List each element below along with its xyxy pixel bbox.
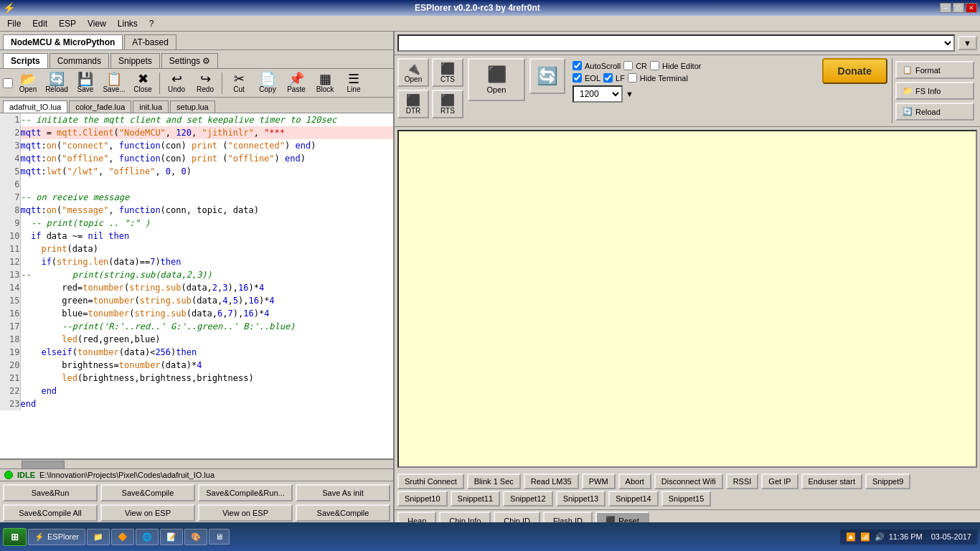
donate-button[interactable]: Donate [822,58,887,84]
sub-tabs: Scripts Commands Snippets Settings ⚙ [0,50,393,69]
cmd-enduser-start[interactable]: Enduser start [801,474,862,489]
action-row2: Save&Compile All View on ESP View on ESP… [0,504,393,524]
toolbar-sep1 [159,72,160,94]
taskbar-app-7[interactable]: 🖥 [209,529,230,545]
cr-checkbox[interactable] [623,61,633,70]
hide-editor-checkbox[interactable] [650,61,659,70]
paste-icon: 📌 [288,72,304,85]
saveas-button[interactable]: 📋 Save... [100,70,128,95]
menu-file[interactable]: File [3,17,25,30]
port-select[interactable] [397,34,955,52]
table-row: 20 brightness=tonumber(data)*4 [0,359,393,372]
subtab-scripts[interactable]: Scripts [3,53,48,68]
port-refresh-button[interactable]: ▼ [958,36,977,50]
view-on-esp-button1[interactable]: View on ESP [100,504,195,522]
taskbar-app-esplorer[interactable]: ⚡ ESPlorer [28,529,85,545]
cmd-rssi[interactable]: RSSI [726,474,759,489]
cmd-sruthi-connect[interactable]: Sruthi Connect [397,474,464,489]
cmd-snippet9[interactable]: Snippet9 [865,474,910,489]
cmd-snippet10[interactable]: Snippet10 [397,491,448,507]
format-button[interactable]: 📋 Format [895,61,974,79]
cts-button[interactable]: ⬛ CTS [432,58,463,87]
menubar: File Edit ESP View Links ? [0,16,980,32]
fs-info-button[interactable]: 📁 FS Info [895,82,974,100]
taskbar-app-explorer[interactable]: 📁 [87,529,110,545]
file-tab-adafruit[interactable]: adafruit_IO.lua [3,100,67,113]
menu-esp[interactable]: ESP [55,17,80,30]
horizontal-scrollbar[interactable] [0,458,393,468]
menu-links[interactable]: Links [113,17,142,30]
cmd-pwm[interactable]: PWM [582,474,616,489]
app5-icon: 📝 [166,532,176,542]
cmd-blink[interactable]: Blink 1 Sec [467,474,521,489]
view-on-esp-button2[interactable]: View on ESP [198,504,293,522]
rts-button[interactable]: ⬛ RTS [432,90,463,118]
table-row: 17 --print('R:'..red..' G:'..green..' B:… [0,320,393,333]
cmd-snippet13[interactable]: Snippet13 [556,491,606,507]
chrome-icon: 🌐 [142,532,152,542]
block-button[interactable]: ▦ Block [311,70,339,95]
minimize-button[interactable]: ─ [940,3,951,13]
code-editor[interactable]: 1 -- initiate the mqtt client and set ke… [0,113,393,468]
save-compile-button2[interactable]: Save&Compile [296,504,390,522]
autoscroll-checkbox[interactable] [573,61,582,70]
open-serial-button[interactable]: 🔌 Open [397,58,429,87]
donate-area: Donate [822,58,887,84]
line-button[interactable]: ☰ Line [340,70,367,95]
table-row: 2 mqtt = mqtt.Client("NodeMCU", 120, "ji… [0,126,393,139]
subtab-settings[interactable]: Settings ⚙ [161,53,219,68]
reload-connection-button[interactable]: 🔄 [529,58,565,94]
save-run-button[interactable]: Save&Run [3,484,98,501]
cmd-snippet14[interactable]: Snippet14 [608,491,659,507]
dtr-button[interactable]: ⬛ DTR [397,90,429,118]
save-compile-button[interactable]: Save&Compile [100,484,195,501]
taskbar-app-6[interactable]: 🎨 [184,529,207,545]
reload-fs-button[interactable]: 🔄 Reload [895,103,974,121]
file-tab-setup[interactable]: setup.lua [170,100,215,113]
open-button[interactable]: 📂 Open [14,70,42,95]
save-button[interactable]: 💾 Save [72,70,99,95]
tab-nodemcu[interactable]: NodeMCU & MicroPython [3,34,123,50]
cut-button[interactable]: ✂ Cut [225,70,253,95]
cmd-get-ip[interactable]: Get IP [761,474,798,489]
menu-edit[interactable]: Edit [28,17,52,30]
file-tab-colorfade[interactable]: color_fade.lua [69,100,131,113]
file-tab-init[interactable]: init.lua [133,100,169,113]
cmd-disconnect-wifi[interactable]: Disconnect Wifi [654,474,723,489]
save-compile-run-button[interactable]: Save&Compile&Run... [198,484,293,501]
save-compile-all-button[interactable]: Save&Compile All [3,504,98,522]
tab-at-based[interactable]: AT-based [124,34,176,50]
taskbar-app-vlc[interactable]: 🔶 [111,529,134,545]
cmd-snippet12[interactable]: Snippet12 [503,491,553,507]
eol-checkbox[interactable] [573,73,582,83]
subtab-commands[interactable]: Commands [50,53,109,68]
menu-view[interactable]: View [83,17,110,30]
maximize-button[interactable]: □ [953,3,964,13]
action-row1: Save&Run Save&Compile Save&Compile&Run..… [0,481,393,504]
undo-button[interactable]: ↩ Undo [163,70,190,95]
cmd-abort[interactable]: Abort [618,474,651,489]
taskbar-app-5[interactable]: 📝 [160,529,183,545]
menu-help[interactable]: ? [145,17,159,30]
code-scroll[interactable]: 1 -- initiate the mqtt client and set ke… [0,113,393,458]
select-all-checkbox[interactable] [3,78,13,88]
save-as-init-button[interactable]: Save As init [296,484,390,501]
esplorer-taskbar-icon: ⚡ [34,532,44,542]
close-file-button[interactable]: ✖ Close [129,70,156,95]
hide-terminal-checkbox[interactable] [628,73,637,83]
paste-button[interactable]: 📌 Paste [283,70,310,95]
start-button[interactable]: ⊞ [3,528,27,546]
copy-button[interactable]: 📄 Copy [254,70,281,95]
terminal-output[interactable] [397,130,977,468]
baud-rate-select[interactable]: 3001200240048009600192003840057600748801… [573,85,623,103]
cmd-snippet11[interactable]: Snippet11 [451,491,501,507]
taskbar-app-chrome[interactable]: 🌐 [136,529,159,545]
redo-button[interactable]: ↪ Redo [192,70,219,95]
cmd-snippet15[interactable]: Snippet15 [661,491,712,507]
subtab-snippets[interactable]: Snippets [110,53,160,68]
reload-button[interactable]: 🔄 Reload [43,70,70,95]
open-connection-button[interactable]: ⬛ Open [468,58,525,101]
lf-checkbox[interactable] [603,73,613,83]
cmd-read-lm35[interactable]: Read LM35 [524,474,579,489]
close-button[interactable]: ✕ [966,3,977,13]
